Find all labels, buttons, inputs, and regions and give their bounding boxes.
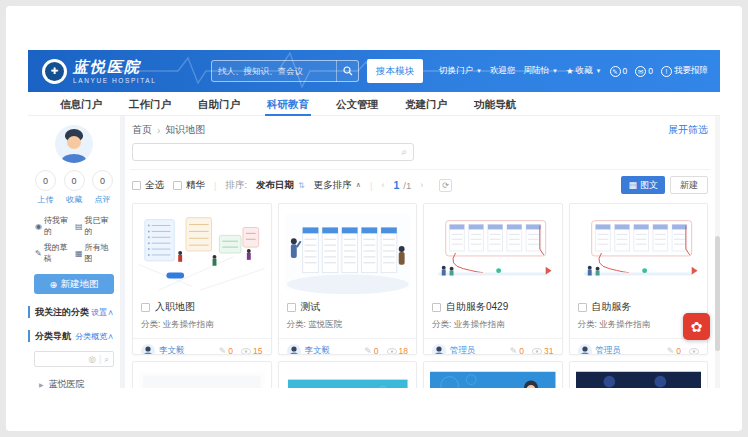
next-page-button[interactable]: › [420,180,423,190]
view-count: 31 [532,346,553,355]
more-sort-menu[interactable]: 更多排序∧ [314,179,361,192]
map-card[interactable] [423,361,563,388]
report-issue-button[interactable]: !我要报障 [661,65,708,77]
card-checkbox[interactable] [578,303,587,312]
pencil-icon: ✎ [610,66,621,77]
map-card[interactable] [569,361,709,388]
refresh-button[interactable]: ⟳ [439,179,452,192]
card-checkbox[interactable] [141,303,150,312]
hospital-logo: ✚ 蓝悦医院 LANYUE HOSPITAL [42,58,156,84]
app-header: ✚ 蓝悦医院 LANYUE HOSPITAL 搜本模块 切换门户▼ 欢迎您 周陆… [28,50,720,92]
card-thumbnail[interactable] [285,368,411,388]
favorites-menu[interactable]: ★收藏▼ [566,65,602,77]
category-overview-link[interactable]: 分类概览∧ [75,331,114,342]
select-all-checkbox[interactable]: 全选 [132,179,164,192]
card-thumbnail[interactable] [139,210,265,294]
tab-function-nav[interactable]: 功能导航 [474,92,516,116]
settings-link[interactable]: 设置∧ [91,307,114,318]
map-card[interactable] [278,361,418,388]
stat-uploads[interactable]: 0 上传 [35,170,56,205]
card-thumbnail[interactable] [285,210,411,294]
expand-filter-link[interactable]: 展开筛选 [668,123,708,137]
person-icon: ◉ [35,222,42,231]
map-card[interactable]: 自助服务0429 分类: 业务操作指南 管理员 ✎0 31 [423,203,563,355]
quick-links: ◉待我审的 ▤我已审的 ✎我的草稿 ▦所有地图 [28,205,120,264]
document-icon: ▤ [75,222,83,231]
username-menu[interactable]: 周陆怡▼ [524,65,558,77]
map-card[interactable]: 测试 分类: 蓝悦医院 李文毅 ✎0 18 [278,203,418,355]
chevron-up-icon: ∧ [107,332,114,341]
search-icon[interactable]: ⌕ [401,146,413,158]
card-category: 分类: 蓝悦医院 [279,314,417,339]
tab-document-mgmt[interactable]: 公文管理 [336,92,378,116]
user-avatar[interactable] [55,125,93,163]
edits-counter[interactable]: ✎0 [610,66,628,77]
messages-counter[interactable]: ✉0 [635,66,653,77]
map-search-row: ⌕ [130,143,710,169]
card-thumbnail[interactable] [576,210,702,294]
plus-circle-icon: ⊕ [50,279,58,290]
map-card[interactable]: 入职地图 分类: 业务操作指南 李文毅 ✎0 15 [132,203,272,355]
pagination: 1/1 [393,179,411,191]
new-map-button[interactable]: ⊕新建地图 [34,274,114,294]
category-search-box[interactable]: ◎|⌕ [34,351,114,367]
tab-party-portal[interactable]: 党建门户 [405,92,447,116]
card-category: 分类: 业务操作指南 [133,314,271,339]
map-search-input[interactable] [133,147,401,157]
search-icon [343,66,353,76]
scrollbar-track[interactable] [715,116,720,388]
link-pending-review[interactable]: ◉待我审的 [35,215,75,237]
switch-portal-menu[interactable]: 切换门户▼ [439,65,482,77]
tab-info-portal[interactable]: 信息门户 [60,92,102,116]
stat-comments[interactable]: 0 点评 [92,170,113,205]
card-author[interactable]: 管理员 [450,345,476,355]
card-title[interactable]: 入职地图 [155,300,195,314]
card-title[interactable]: 自助服务 [592,300,632,314]
user-stats: 0 上传 0 收藏 0 点评 [28,170,120,205]
header-search-input[interactable] [212,66,336,76]
stat-favorites[interactable]: 0 收藏 [64,170,85,205]
featured-checkbox[interactable]: 精华 [173,179,205,192]
link-my-drafts[interactable]: ✎我的草稿 [35,242,75,264]
card-thumbnail[interactable] [139,368,265,388]
map-card[interactable] [132,361,272,388]
sort-by-date[interactable]: 发布日期⇅ [256,179,305,192]
breadcrumb-home[interactable]: 首页 [132,123,152,137]
header-search-button[interactable] [336,60,358,82]
star-icon: ★ [566,66,574,76]
breadcrumb-current: 知识地图 [165,123,205,137]
card-checkbox[interactable] [432,303,441,312]
tab-work-portal[interactable]: 工作门户 [129,92,171,116]
customer-service-widget[interactable]: ✿ [683,313,710,340]
map-search-box: ⌕ [132,143,414,161]
filter-toolbar: 全选 精华 | 排序: 发布日期⇅ 更多排序∧ | ‹ 1/1 › ⟳ ▦图文 … [130,169,710,201]
views-icon [689,348,699,355]
card-title[interactable]: 自助服务0429 [446,300,508,314]
portal-app-window: ✚ 蓝悦医院 LANYUE HOSPITAL 搜本模块 切换门户▼ 欢迎您 周陆… [28,50,720,388]
card-author[interactable]: 李文毅 [159,345,185,355]
new-card-button[interactable]: 新建 [670,176,708,194]
link-all-maps[interactable]: ▦所有地图 [75,242,115,264]
tab-research-education[interactable]: 科研教育 [267,92,309,116]
view-count: 15 [241,346,262,355]
card-author[interactable]: 管理员 [596,345,622,355]
card-thumbnail[interactable] [430,368,556,388]
scrollbar-thumb[interactable] [715,236,720,351]
link-reviewed[interactable]: ▤我已审的 [75,215,115,237]
card-thumbnail[interactable] [576,368,702,388]
card-title[interactable]: 测试 [301,300,321,314]
author-avatar [578,344,592,355]
tree-item-hospital[interactable]: ▶蓝悦医院 [39,378,116,388]
tab-selfservice-portal[interactable]: 自助门户 [198,92,240,116]
prev-page-button[interactable]: ‹ [381,180,384,190]
header-search-area: 搜本模块 [211,59,423,83]
card-category: 分类: 业务操作指南 [424,314,562,339]
card-author[interactable]: 李文毅 [305,345,331,355]
card-thumbnail[interactable] [430,210,556,294]
chevron-up-icon: ∧ [356,181,361,189]
card-checkbox[interactable] [287,303,296,312]
search-module-button[interactable]: 搜本模块 [367,59,423,83]
hospital-name-en: LANYUE HOSPITAL [73,77,156,84]
view-toggle-button[interactable]: ▦图文 [621,176,665,194]
author-avatar [432,344,446,355]
